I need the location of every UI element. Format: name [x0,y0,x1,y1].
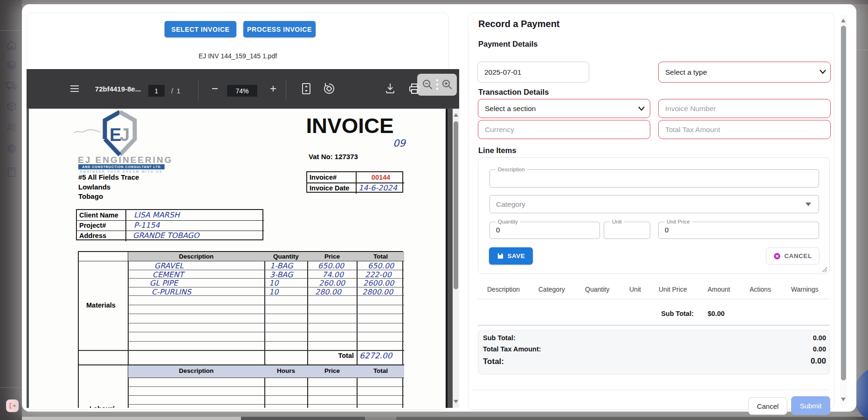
materials-table: Description Quantity Price Total GRAVEL … [78,251,403,408]
resize-grip[interactable] [822,267,827,273]
download-icon[interactable] [384,81,397,95]
scroll-down-arrow[interactable] [841,398,846,401]
invoice-document: E J EJ ENGINEERING AND CONSTRUCTION CONS… [29,109,448,408]
company-name: EJ ENGINEERING [78,155,173,165]
pdf-viewer: 72bf4419-8e... 1 / 1 74% [27,69,459,408]
pdf-page-count: / 1 [166,85,185,97]
process-invoice-button[interactable]: PROCESS INVOICE [243,21,316,37]
footer-submit-button[interactable]: Submit [791,396,830,415]
col-unit-price: Unit Price [659,286,687,293]
labour-label: Labour/ [90,405,114,408]
description-field[interactable]: Description [489,169,819,188]
scroll-up-arrow[interactable] [454,113,458,117]
scroll-down-arrow[interactable] [454,400,458,403]
select-invoice-button[interactable]: SELECT INVOICE [165,21,236,37]
zoom-in-button[interactable] [267,83,279,95]
layers-icon[interactable] [7,60,17,70]
vat-number: Vat No: 127373 [309,153,358,161]
backdrop-footer-dark2 [396,417,868,420]
panel-title: Record a Payment [478,19,560,29]
scroll-up-arrow[interactable] [841,19,846,22]
fit-to-page-icon[interactable] [300,82,312,96]
unit-label: Unit [610,219,624,224]
cancel-line-item-button[interactable]: CANCEL [766,247,820,265]
payment-type-select[interactable]: Select a type [658,62,831,83]
col-amount: Amount [708,286,730,293]
col-quantity: Quantity [585,286,609,293]
col-actions: Actions [750,286,771,293]
logout-icon[interactable] [6,399,19,412]
backdrop-footer-light [22,417,241,420]
pdf-page-input[interactable]: 1 [148,85,165,97]
truck-icon[interactable] [7,81,17,91]
category-select[interactable]: Category [489,195,819,213]
panel-scrollbar-thumb[interactable] [841,26,846,380]
company-logo: E J [96,110,145,157]
payment-details-heading: Payment Details [478,40,537,49]
backdrop-footer-dark [241,417,365,420]
pdf-scrollbar-thumb[interactable] [454,121,458,289]
summary-tax-value: 0.00 [779,345,826,353]
settings-icon[interactable] [7,143,17,154]
footer-cancel-button[interactable]: Cancel [748,397,787,415]
invoice-number-input[interactable]: Invoice Number [658,99,831,118]
payment-date-input[interactable]: 2025-07-01 [477,62,589,83]
pdf-filename: EJ INV 144_159_145 1.pdf [120,52,356,60]
calculator-icon[interactable] [7,167,17,177]
magnifier-minus-icon[interactable] [422,79,433,90]
save-button[interactable]: SAVE [489,247,533,265]
client-table: Client Name LISA MARSH Project# P-1154 A… [76,209,263,240]
materials-label: Materials [86,301,116,309]
grid-subtotal-value: $0.00 [708,310,724,317]
invoice-date-value: 14-6-2024 [358,183,397,192]
backdrop [856,4,868,420]
pdf-scrollbar[interactable] [453,109,459,408]
grid-subtotal-label: Sub Total: [647,310,694,317]
invoice-number-value: 00144 [359,174,402,181]
cancel-icon [773,252,781,260]
dropdown-arrow-icon [806,203,811,206]
section-select[interactable]: Select a section [478,99,650,118]
summary-total-label: Total: [483,357,504,366]
backdrop-seam [856,49,868,50]
transaction-details-heading: Transaction Details [478,88,549,97]
col-unit: Unit [629,286,641,293]
total-tax-input[interactable]: Total Tax Amount [658,120,831,139]
home-icon[interactable] [7,40,17,50]
unit-price-field[interactable]: Unit Price 0 [658,222,819,239]
col-category: Category [538,286,565,293]
materials-total-value: 6272.00 [359,351,392,360]
svg-text:J: J [120,125,130,145]
category-label: Category [496,200,525,209]
description-label: Description [496,167,527,172]
zoom-out-button[interactable] [209,83,221,95]
zoom-controls-overlay [417,74,457,96]
company-subname: AND CONSTRUCTION CONSULTANT LTD [78,164,165,169]
package-icon[interactable] [7,101,17,112]
pdf-toolbar: 72bf4419-8e... 1 / 1 74% [27,69,459,108]
unit-field[interactable]: Unit [604,222,650,239]
invoice-meta-table: Invoice# 00144 Invoice Date 14-6-2024 [306,171,403,193]
panel-scrollbar[interactable] [840,15,847,405]
handwritten-page-number: 09 [393,138,406,149]
line-items-heading: Line Items [478,146,517,155]
chevron-down-icon [819,69,827,75]
quantity-label: Quantity [496,219,520,224]
pdf-zoom-level[interactable]: 74% [227,85,257,97]
users-icon[interactable] [7,122,17,133]
backdrop-bottom [22,412,868,417]
rotate-icon[interactable] [322,82,336,96]
summary-total-value: 0.00 [779,357,826,366]
company-address: #5 All Fields Trace Lowlands Tobago [78,173,139,202]
currency-input[interactable]: Currency [478,120,650,139]
col-description: Description [487,286,520,293]
scan-smudge [73,127,101,136]
magnifier-plus-icon[interactable] [441,79,453,90]
save-icon [497,252,504,259]
col-warnings: Warnings [791,286,819,293]
backdrop-footer-gray [365,417,396,420]
top-bar [0,0,868,4]
more-dots-icon[interactable] [435,78,440,92]
app-root: SELECT INVOICE PROCESS INVOICE EJ INV 14… [0,0,868,420]
quantity-field[interactable]: Quantity 0 [489,222,600,239]
